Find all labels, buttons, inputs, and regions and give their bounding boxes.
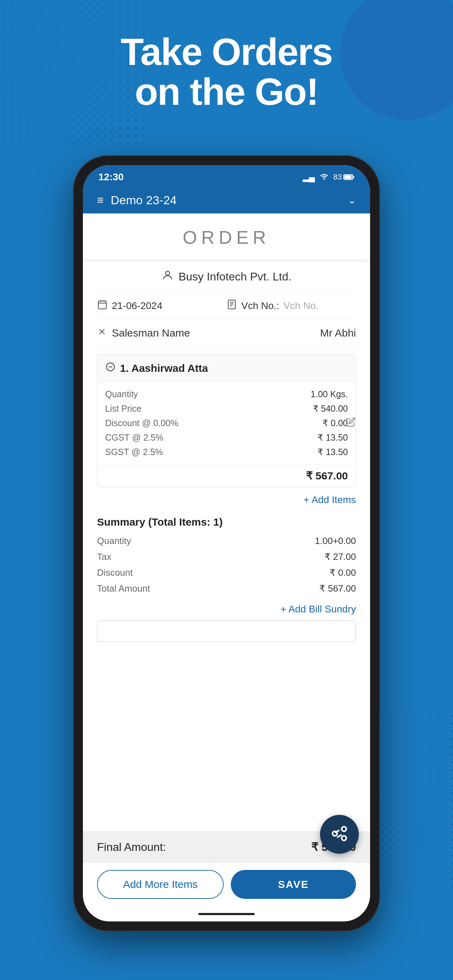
item-detail-cgst: CGST @ 2.5% ₹ 13.50 [105, 430, 348, 445]
date-item: 21-06-2024 [97, 299, 227, 312]
listprice-label: List Price [105, 404, 141, 414]
item-total-row: ₹ 567.00 [97, 464, 356, 487]
salesman-left: Salesman Name [97, 327, 190, 339]
salesman-row: Salesman Name Mr Abhi [97, 319, 356, 347]
edit-item-icon[interactable] [346, 417, 356, 430]
party-row: Busy Infotech Pvt. Ltd. [97, 259, 356, 291]
app-header: ≡ Demo 23-24 ⌄ [83, 187, 370, 213]
signal-icon: ▂▄ [303, 172, 315, 182]
hero-line1: Take Orders [121, 30, 332, 73]
summary-section: Summary (Total Items: 1) Quantity 1.00+0… [97, 512, 356, 597]
date-icon [97, 299, 108, 312]
battery-icon: 83 [334, 172, 354, 182]
vch-placeholder[interactable]: Vch No. [283, 300, 319, 312]
item-total: ₹ 567.00 [306, 469, 348, 482]
summary-tax-label: Tax [97, 551, 111, 562]
sgst-label: SGST @ 2.5% [105, 447, 163, 457]
order-title: ORDER [83, 227, 370, 248]
vch-icon [227, 299, 237, 312]
salesman-icon [97, 327, 107, 339]
summary-total-row: Total Amount ₹ 567.00 [97, 581, 356, 597]
phone-wrapper: 12:30 ▂▄ 83 [73, 155, 380, 931]
collapse-item-icon[interactable] [105, 361, 116, 375]
header-title: Demo 23-24 [111, 193, 177, 207]
item-detail-listprice: List Price ₹ 540.00 [105, 401, 348, 416]
add-bill-sundry-button[interactable]: + Add Bill Sundry [280, 604, 356, 615]
summary-quantity-value: 1.00+0.00 [315, 536, 356, 546]
item-name: 1. Aashirwad Atta [120, 362, 208, 374]
final-amount-label: Final Amount: [97, 841, 166, 854]
listprice-value: ₹ 540.00 [313, 404, 348, 414]
sgst-value: ₹ 13.50 [318, 447, 348, 457]
status-bar: 12:30 ▂▄ 83 [83, 165, 370, 187]
svg-rect-9 [228, 300, 235, 309]
hamburger-icon[interactable]: ≡ [97, 194, 104, 207]
item-detail-quantity: Quantity 1.00 Kgs. [105, 387, 348, 401]
party-name: Busy Infotech Pvt. Ltd. [178, 270, 291, 283]
bottom-buttons: Add More Items SAVE [83, 863, 370, 910]
quantity-label: Quantity [105, 389, 138, 399]
bill-sundry-input[interactable] [97, 620, 356, 642]
home-bar [83, 910, 370, 921]
date-value: 21-06-2024 [112, 300, 162, 312]
cgst-label: CGST @ 2.5% [105, 433, 163, 443]
save-button[interactable]: SAVE [231, 870, 356, 899]
summary-tax-value: ₹ 27.00 [324, 551, 356, 562]
item-details: Quantity 1.00 Kgs. List Price ₹ 540.00 D… [97, 382, 356, 464]
svg-point-4 [165, 271, 169, 275]
salesman-label: Salesman Name [112, 327, 190, 339]
home-bar-line [198, 913, 255, 915]
add-items-row: + Add Items [97, 487, 356, 509]
item-detail-sgst: SGST @ 2.5% ₹ 13.50 [105, 445, 348, 459]
svg-point-0 [324, 179, 325, 180]
phone-shell: 12:30 ▂▄ 83 [73, 155, 380, 931]
chevron-down-icon[interactable]: ⌄ [348, 194, 356, 206]
vch-item: Vch No.: Vch No. [227, 299, 356, 312]
item-section: 1. Aashirwad Atta Quantity 1.00 Kgs. Lis… [97, 354, 356, 487]
summary-tax-row: Tax ₹ 27.00 [97, 549, 356, 565]
svg-rect-2 [344, 175, 351, 179]
summary-total-value: ₹ 567.00 [319, 583, 356, 594]
summary-quantity-label: Quantity [97, 536, 131, 546]
item-detail-discount: Discount @ 0.00% ₹ 0.00 [105, 416, 348, 430]
share-fab[interactable] [320, 815, 359, 854]
screen-content: Busy Infotech Pvt. Ltd. 2 [83, 259, 370, 831]
summary-discount-value: ₹ 0.00 [329, 567, 356, 578]
party-icon [162, 269, 173, 284]
summary-discount-row: Discount ₹ 0.00 [97, 565, 356, 581]
phone-screen: 12:30 ▂▄ 83 [83, 165, 370, 921]
add-more-button[interactable]: Add More Items [97, 870, 224, 899]
summary-quantity-row: Quantity 1.00+0.00 [97, 533, 356, 549]
hero-line2: on the Go! [135, 70, 318, 113]
summary-title: Summary (Total Items: 1) [97, 512, 356, 533]
cgst-value: ₹ 13.50 [318, 433, 348, 443]
status-icons: ▂▄ 83 [303, 172, 355, 182]
wifi-icon [319, 172, 329, 182]
summary-discount-label: Discount [97, 567, 133, 578]
status-time: 12:30 [99, 172, 124, 183]
svg-rect-5 [99, 301, 106, 309]
summary-total-label: Total Amount [97, 583, 150, 594]
discount-value: ₹ 0.00 [323, 418, 348, 428]
item-header: 1. Aashirwad Atta [97, 355, 356, 382]
discount-label: Discount @ 0.00% [105, 418, 178, 428]
svg-rect-3 [353, 176, 354, 178]
add-items-button[interactable]: + Add Items [304, 494, 356, 506]
vch-label: Vch No.: [241, 300, 279, 312]
hero-section: Take Orders on the Go! [0, 32, 453, 112]
quantity-value: 1.00 Kgs. [310, 389, 348, 399]
salesman-value: Mr Abhi [320, 327, 356, 339]
add-bill-sundry-row: + Add Bill Sundry [97, 597, 356, 620]
meta-row: 21-06-2024 Vch No.: Vch No. [97, 291, 356, 319]
order-title-card: ORDER [83, 213, 370, 259]
header-left: ≡ Demo 23-24 [97, 193, 177, 207]
